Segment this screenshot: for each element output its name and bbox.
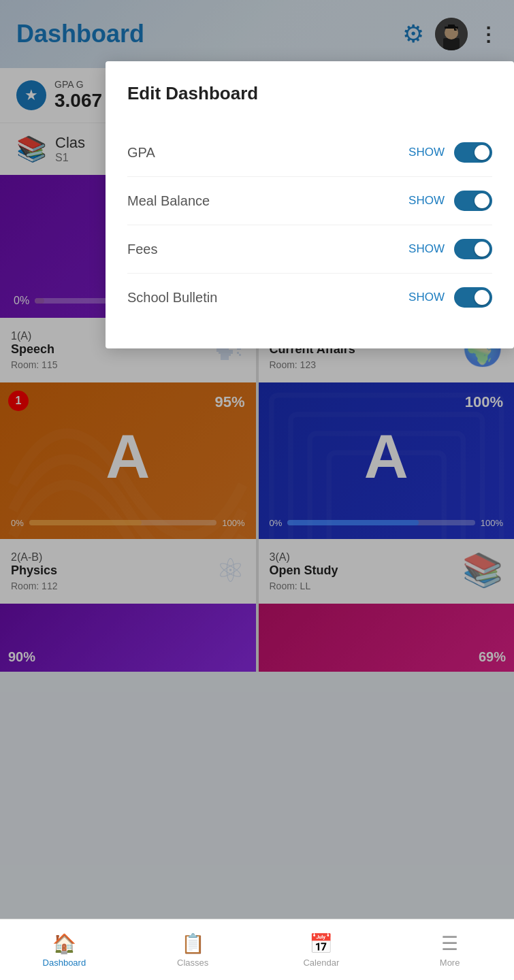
toggle-switch-fees[interactable]	[454, 239, 492, 259]
toggle-label-meal-balance: Meal Balance	[127, 193, 408, 209]
toggle-row-gpa: GPA SHOW	[127, 129, 492, 177]
edit-dashboard-panel: Edit Dashboard GPA SHOW Meal Balance SHO…	[106, 61, 514, 348]
toggle-label-gpa: GPA	[127, 145, 408, 161]
nav-item-more[interactable]: ☰ More	[385, 919, 514, 980]
classes-nav-icon: 📋	[181, 932, 205, 955]
toggle-label-school-bulletin: School Bulletin	[127, 290, 408, 306]
toggle-row-fees: Fees SHOW	[127, 225, 492, 274]
panel-title: Edit Dashboard	[127, 83, 492, 104]
nav-item-dashboard[interactable]: 🏠 Dashboard	[0, 919, 129, 980]
dashboard-nav-icon: 🏠	[52, 932, 76, 955]
show-text-fees: SHOW	[408, 242, 445, 256]
show-text-gpa: SHOW	[408, 146, 445, 159]
toggle-row-school-bulletin: School Bulletin SHOW	[127, 274, 492, 321]
nav-item-calendar[interactable]: 📅 Calendar	[257, 919, 386, 980]
show-text-meal-balance: SHOW	[408, 194, 445, 208]
toggle-row-meal-balance: Meal Balance SHOW	[127, 177, 492, 225]
bottom-nav: 🏠 Dashboard 📋 Classes 📅 Calendar ☰ More	[0, 919, 514, 980]
toggle-switch-school-bulletin[interactable]	[454, 287, 492, 308]
toggle-switch-gpa[interactable]	[454, 142, 492, 163]
toggle-switch-meal-balance[interactable]	[454, 191, 492, 211]
more-nav-label: More	[440, 958, 460, 968]
show-text-school-bulletin: SHOW	[408, 291, 445, 304]
toggle-label-fees: Fees	[127, 242, 408, 257]
more-nav-icon: ☰	[441, 932, 458, 955]
dashboard-nav-label: Dashboard	[43, 958, 86, 968]
classes-nav-label: Classes	[177, 958, 208, 968]
nav-item-classes[interactable]: 📋 Classes	[129, 919, 257, 980]
calendar-nav-label: Calendar	[303, 958, 339, 968]
calendar-nav-icon: 📅	[309, 932, 333, 955]
